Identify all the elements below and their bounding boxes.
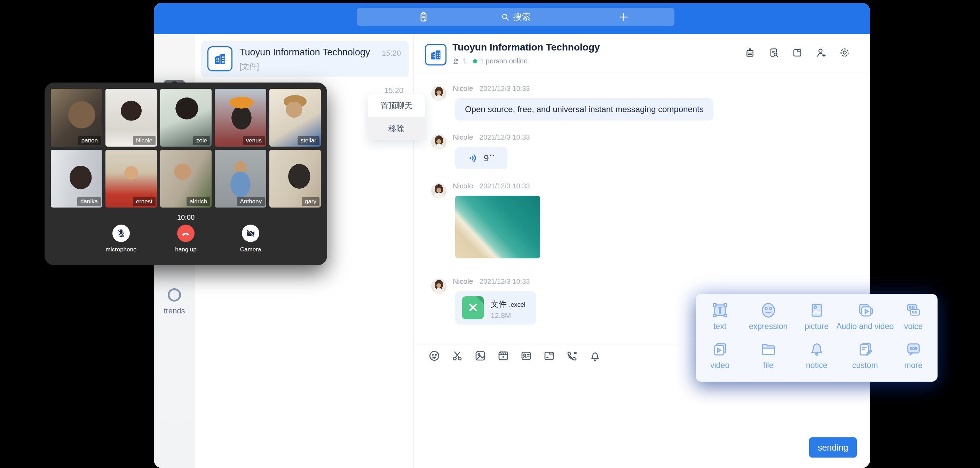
- participant-tile[interactable]: ernest: [105, 150, 157, 208]
- mic-off-icon: [116, 228, 126, 238]
- panel-item-picture[interactable]: picture: [792, 299, 841, 339]
- participant-name: zoie: [193, 136, 210, 145]
- conversation-preview: [文件]: [239, 61, 259, 72]
- notice-bell-icon: [808, 339, 826, 360]
- image-icon[interactable]: [474, 349, 487, 363]
- search-bar[interactable]: 搜索: [357, 8, 675, 26]
- participant-name: patton: [78, 136, 101, 145]
- microphone-label: microphone: [106, 246, 137, 253]
- message-time: 2021/12/3 10:33: [480, 85, 530, 92]
- video-icon: [711, 339, 729, 360]
- participant-tile[interactable]: Anthony: [215, 150, 266, 208]
- panel-item-expression[interactable]: expression: [744, 299, 792, 339]
- sender-avatar[interactable]: [431, 134, 447, 150]
- group-file-icon[interactable]: [791, 47, 803, 59]
- group-avatar: [425, 44, 447, 65]
- panel-item-audio-video[interactable]: Audio and video: [841, 299, 889, 339]
- participant-tile[interactable]: patton: [51, 89, 102, 147]
- chat-main: Tuoyun Information Technology 1 1 person…: [414, 34, 870, 468]
- sender-avatar[interactable]: [431, 183, 447, 198]
- camera-off-button[interactable]: [242, 225, 259, 242]
- sender-name: Nicole: [453, 133, 473, 141]
- conversation-item-selected[interactable]: Tuoyun Information Technology [文件] 15:20: [201, 41, 409, 77]
- participant-tile[interactable]: aldrich: [160, 150, 212, 208]
- participant-tile[interactable]: stellar: [269, 89, 321, 147]
- sender-name: Nicole: [453, 182, 473, 190]
- screenshot-scissors-icon[interactable]: [451, 349, 464, 363]
- camera-label: Camera: [240, 246, 261, 253]
- message-type-panel: text expression picture: [696, 294, 937, 382]
- chat-record-search-icon[interactable]: [768, 47, 780, 59]
- conversation-title: Tuoyun Information Technology: [239, 47, 370, 58]
- send-button[interactable]: sending: [809, 438, 857, 458]
- participant-grid: patton Nicole zoie venus stellar danika …: [51, 89, 321, 208]
- microphone-mute-button[interactable]: [112, 225, 130, 242]
- context-menu: 置顶聊天 移除: [368, 94, 425, 140]
- add-button[interactable]: [618, 8, 629, 26]
- voice-icon: [904, 299, 923, 321]
- participant-tile[interactable]: Nicole: [105, 89, 157, 147]
- member-icon: [452, 58, 460, 65]
- emoji-icon[interactable]: [428, 349, 441, 363]
- participant-name: gary: [302, 197, 320, 206]
- panel-item-file[interactable]: file: [744, 339, 792, 377]
- sender-avatar[interactable]: [431, 86, 447, 101]
- participant-tile[interactable]: danika: [51, 150, 102, 208]
- contact-card-icon[interactable]: [520, 349, 533, 363]
- sender-name: Nicole: [453, 84, 473, 92]
- file-extension: .excel: [509, 301, 525, 308]
- building-icon: [213, 52, 227, 66]
- audio-video-icon: [856, 299, 874, 321]
- menu-item-remove[interactable]: 移除: [368, 117, 425, 140]
- search-placeholder[interactable]: 搜索: [513, 11, 531, 22]
- group-avatar: [207, 46, 232, 71]
- participant-tile[interactable]: zoie: [160, 89, 212, 147]
- text-tool-icon: [711, 299, 729, 321]
- picture-icon: [808, 299, 826, 321]
- panel-item-voice[interactable]: voice: [889, 299, 937, 339]
- participant-name: Anthony: [237, 197, 265, 206]
- message-time: 2021/12/3 10:33: [480, 133, 530, 141]
- camera-off-icon: [246, 228, 255, 238]
- voice-bubble[interactable]: 9``: [455, 147, 508, 169]
- participant-tile[interactable]: venus: [215, 89, 266, 147]
- voice-wave-icon: [468, 153, 479, 164]
- panel-item-custom[interactable]: custom: [841, 339, 889, 377]
- sender-name: Nicole: [453, 277, 473, 285]
- video-clip-icon[interactable]: [496, 349, 510, 363]
- notification-bell-icon[interactable]: [589, 349, 602, 363]
- panel-item-text[interactable]: text: [696, 299, 744, 339]
- video-call-panel: patton Nicole zoie venus stellar danika …: [45, 83, 327, 265]
- participant-name: ernest: [133, 197, 156, 206]
- panel-item-more[interactable]: more: [889, 339, 937, 377]
- participant-name: venus: [243, 136, 265, 145]
- file-icon[interactable]: [542, 349, 556, 363]
- announcement-icon[interactable]: [744, 47, 756, 59]
- expression-icon: [759, 299, 778, 321]
- panel-item-video[interactable]: video: [696, 339, 744, 377]
- video-call-icon[interactable]: [566, 349, 579, 363]
- panel-item-notice[interactable]: notice: [792, 339, 841, 377]
- online-dot: [473, 59, 477, 63]
- screenshot-canvas: 搜索 trends: [0, 0, 980, 468]
- sidebar-item-trends[interactable]: trends: [154, 307, 195, 315]
- sender-avatar[interactable]: [431, 279, 447, 294]
- menu-item-pin[interactable]: 置顶聊天: [368, 94, 425, 117]
- chat-subtitle: 1 1 person online: [452, 57, 528, 65]
- message-time: 2021/12/3 10:33: [480, 278, 530, 285]
- image-attachment-beach[interactable]: [455, 196, 540, 259]
- chat-header: Tuoyun Information Technology 1 1 person…: [414, 34, 870, 75]
- hang-up-button[interactable]: [177, 225, 194, 242]
- file-bubble[interactable]: ✕ 文件 .excel 12.8M: [455, 291, 536, 324]
- text-bubble[interactable]: Open source, free, and universal instant…: [455, 98, 713, 120]
- conversation-time: 15:20: [382, 49, 401, 58]
- add-member-icon[interactable]: [815, 47, 827, 59]
- settings-gear-icon[interactable]: [839, 47, 851, 59]
- folder-icon: [759, 339, 778, 360]
- file-size: 12.8M: [491, 311, 511, 319]
- trends-icon[interactable]: [168, 288, 181, 302]
- participant-name: Nicole: [133, 136, 156, 145]
- call-timer: 10:00: [45, 214, 327, 222]
- participant-tile[interactable]: gary: [269, 150, 321, 208]
- participant-name: danika: [77, 197, 101, 206]
